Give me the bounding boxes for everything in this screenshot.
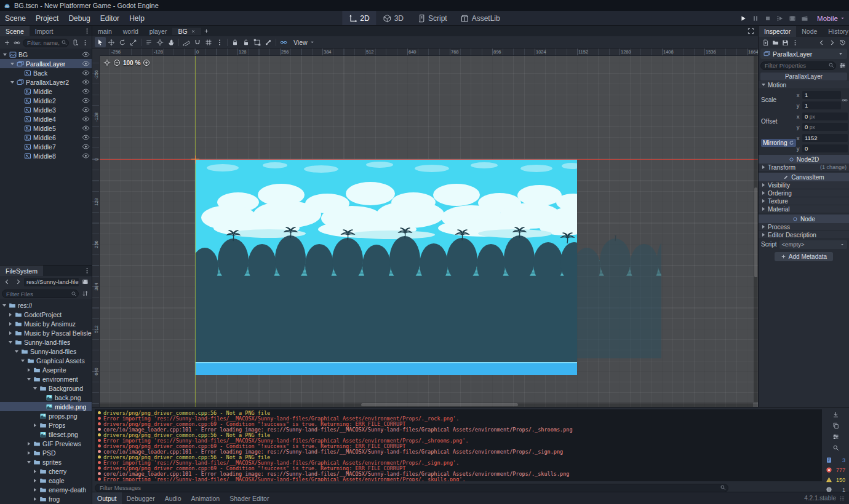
vdots-button[interactable] (790, 37, 800, 47)
menu-scene[interactable]: Scene (0, 11, 31, 25)
tab-filesystem[interactable]: FileSystem (0, 266, 43, 276)
vertical-scrollbar[interactable] (754, 56, 758, 402)
scene-tab-player[interactable]: player (144, 28, 173, 35)
fs-back-button[interactable] (2, 277, 12, 287)
section-material[interactable]: Material (759, 205, 849, 213)
section-texture[interactable]: Texture (759, 197, 849, 205)
scene-node-BG[interactable]: BG (0, 50, 92, 59)
scene-node-Middle5[interactable]: Middle5 (0, 124, 92, 133)
scene-tab-main[interactable]: main (92, 28, 118, 35)
select-tool-button[interactable] (95, 37, 106, 47)
fs-item-res-[interactable]: res:// (0, 301, 92, 310)
lock-tool-button[interactable] (229, 37, 241, 47)
horizontal-ruler[interactable]: -256-12801282563845126407688961024115212… (100, 49, 758, 56)
visibility-eye-icon[interactable] (82, 152, 90, 160)
output-console[interactable]: drivers/png/png_driver_common.cpp:56 - N… (95, 409, 822, 481)
search-button[interactable] (830, 443, 841, 452)
fs-dock-menu-button[interactable] (82, 266, 92, 275)
scene-node-Middle6[interactable]: Middle6 (0, 133, 92, 142)
chain-button[interactable] (12, 37, 22, 47)
zoom-in-button[interactable] (143, 59, 150, 66)
workspace-script[interactable]: Script (410, 11, 454, 25)
output-filter-errors[interactable]: 777 (826, 466, 845, 474)
background-image[interactable] (195, 159, 577, 375)
offset-y-field[interactable]: 0 px (802, 123, 848, 131)
inspector-tab-node[interactable]: Node (796, 26, 823, 37)
list-select-tool-button[interactable] (143, 37, 154, 47)
panel-tab-output[interactable]: Output (92, 492, 122, 504)
output-filter-input[interactable] (95, 484, 728, 492)
visibility-eye-icon[interactable] (82, 124, 90, 132)
mirroring-x-field[interactable]: 1152 (802, 134, 848, 142)
ruler-corner[interactable] (92, 49, 100, 56)
fs-item-background[interactable]: Background (0, 384, 92, 393)
fs-item-props-png[interactable]: props.png (0, 411, 92, 420)
pan-tool-button[interactable] (165, 37, 177, 47)
visibility-eye-icon[interactable] (82, 106, 90, 114)
visibility-eye-icon[interactable] (82, 115, 90, 123)
fs-forward-button[interactable] (13, 277, 23, 287)
new-scene-tab-button[interactable] (201, 26, 212, 36)
bone-tool-button[interactable] (263, 37, 274, 47)
visibility-eye-icon[interactable] (82, 78, 90, 86)
magnet-tool-button[interactable] (192, 37, 203, 47)
play-scene-button[interactable] (774, 12, 786, 25)
workspace-3d[interactable]: 3D (377, 11, 410, 25)
scene-node-Middle[interactable]: Middle (0, 87, 92, 96)
fs-path[interactable]: res://Sunny-land-files/Sunn (24, 278, 79, 286)
scene-node-Middle2[interactable]: Middle2 (0, 96, 92, 105)
scene-tab-BG[interactable]: BG (172, 28, 201, 35)
play-button[interactable] (737, 12, 749, 25)
scene-node-ParallaxLayer2[interactable]: ParallaxLayer2 (0, 77, 92, 87)
visibility-eye-icon[interactable] (82, 60, 90, 68)
scene-node-Middle8[interactable]: Middle8 (0, 151, 92, 160)
workspace-assetlib[interactable]: AssetLib (454, 11, 507, 25)
vdots-tool-button[interactable] (214, 37, 225, 47)
fs-filter-input[interactable] (2, 289, 79, 298)
scene-node-Middle7[interactable]: Middle7 (0, 142, 92, 151)
fs-item-cherry[interactable]: cherry (0, 467, 92, 476)
tab-scene[interactable]: Scene (0, 26, 30, 36)
fs-sort-button[interactable] (80, 289, 90, 299)
group-tool-button[interactable] (252, 37, 263, 47)
scene-node-Back[interactable]: Back (0, 68, 92, 77)
vdots-button[interactable] (80, 37, 90, 47)
fs-item-aseprite[interactable]: Aseprite (0, 365, 92, 374)
horizontal-scrollbar[interactable] (100, 403, 753, 407)
fs-item-environment[interactable]: environment (0, 374, 92, 384)
fs-item-sprites[interactable]: sprites (0, 457, 92, 467)
ruler-tool-button[interactable] (181, 37, 192, 47)
section-process[interactable]: Process (759, 223, 849, 231)
scene-node-Middle4[interactable]: Middle4 (0, 114, 92, 124)
tune-button[interactable] (830, 431, 841, 441)
menu-debug[interactable]: Debug (63, 11, 95, 25)
movie-button[interactable] (799, 12, 811, 25)
menu-project[interactable]: Project (31, 11, 63, 25)
pivot-tool-button[interactable] (154, 37, 165, 47)
fs-instance-button[interactable] (80, 277, 90, 287)
chain-tool-button[interactable] (278, 37, 289, 47)
fs-item-props[interactable]: Props (0, 420, 92, 430)
panel-tab-audio[interactable]: Audio (160, 492, 186, 504)
stop-button[interactable] (762, 12, 774, 25)
fs-item-godotproject[interactable]: GodotProject (0, 310, 92, 319)
visibility-eye-icon[interactable] (82, 96, 90, 104)
fs-item-sunny-land-files[interactable]: Sunny-land-files (0, 337, 92, 347)
forward-button[interactable] (827, 37, 837, 47)
fs-item-middle-png[interactable]: middle.png (0, 402, 92, 411)
scroll-down-button[interactable] (830, 409, 841, 419)
save-button[interactable] (780, 37, 790, 47)
panel-tab-debugger[interactable]: Debugger (122, 492, 160, 504)
panel-tab-shader-editor[interactable]: Shader Editor (225, 492, 274, 504)
add-metadata-button[interactable]: Add Metadata (775, 252, 833, 261)
visibility-eye-icon[interactable] (82, 143, 90, 151)
scene-tab-world[interactable]: world (118, 28, 144, 35)
center-view-icon[interactable] (103, 59, 111, 66)
menu-help[interactable]: Help (124, 11, 149, 25)
renderer-dropdown[interactable]: Mobile (817, 15, 845, 22)
inspector-filter-input[interactable] (760, 61, 836, 70)
script-value-dropdown[interactable]: <empty> (779, 240, 847, 249)
history-button[interactable] (837, 37, 847, 47)
workspace-2d[interactable]: 2D (342, 11, 376, 25)
film-button[interactable] (786, 12, 799, 25)
